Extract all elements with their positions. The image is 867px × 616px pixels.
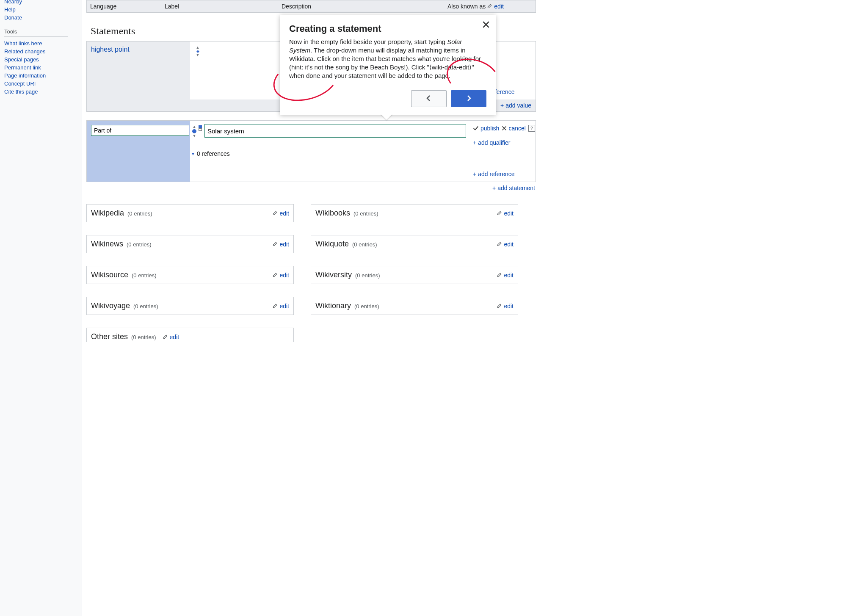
col-label: Label [161,1,278,11]
sitebox-count: (0 entries) [127,241,152,248]
sitebox-wikiquote: Wikiquote (0 entries) edit [311,235,518,253]
sitebox-title: Wikibooks [315,209,350,218]
edit-label: edit [504,303,514,309]
sitebox-title: Wikipedia [91,209,124,218]
value-input[interactable] [204,124,466,138]
edit-label: edit [279,241,289,248]
edit-label: edit [504,210,514,217]
sitebox-edit[interactable]: edit [273,241,289,248]
add-value-link[interactable]: + add value [500,102,531,109]
statement-part-of: ▲ ▼ ▼ 0 references [86,120,536,182]
col-description: Description [278,1,444,11]
sitebox-edit[interactable]: edit [497,272,514,279]
chevron-left-icon [425,95,432,103]
check-icon [473,125,479,131]
rank-widget[interactable]: ▲ ▼ [191,124,198,138]
tool-cite-page[interactable]: Cite this page [4,88,78,96]
tool-permanent-link[interactable]: Permanent link [4,64,78,72]
property-highest-point[interactable]: highest point [91,46,130,53]
sitebox-count: (0 entries) [353,210,378,217]
sitelinks-section: Wikipedia (0 entries) edit Wikibooks (0 … [86,204,522,315]
tool-special-pages[interactable]: Special pages [4,55,78,64]
tour-prev-button[interactable] [411,90,447,107]
sitebox-count: (0 entries) [127,210,152,217]
chevron-right-icon [465,95,472,103]
sitebox-edit[interactable]: edit [497,303,514,309]
sitebox-title: Wiktionary [315,301,351,310]
pencil-icon [273,272,278,279]
plus-icon: + [473,171,476,177]
property-input[interactable] [91,125,189,136]
sitebox-other-sites: Other sites (0 entries) edit [86,328,294,342]
pencil-icon [497,272,502,279]
sitebox-title: Wikiquote [315,240,349,249]
sitebox-wikinews: Wikinews (0 entries) edit [86,235,294,253]
edit-label: edit [504,272,514,279]
sitebox-count: (0 entries) [132,272,157,279]
tools-heading: Tools [4,28,68,37]
sitebox-edit[interactable]: edit [163,334,179,340]
sitebox-title: Wikisource [91,271,128,279]
pencil-icon [273,303,278,309]
sitebox-title: Wikivoyage [91,301,130,310]
sitebox-count: (0 entries) [354,303,379,309]
add-statement-link[interactable]: + add statement [492,185,535,191]
edit-label: edit [279,272,289,279]
sitebox-edit[interactable]: edit [273,303,289,309]
tool-concept-uri[interactable]: Concept URI [4,80,78,88]
sitebox-count: (0 entries) [352,241,377,248]
tour-title: Creating a statement [289,23,486,34]
tour-popup: Creating a statement Now in the empty fi… [280,15,496,115]
sitebox-title: Wikinews [91,240,123,249]
triangle-down-icon: ▼ [191,152,195,156]
edit-label: edit [494,3,504,10]
tour-next-button[interactable] [451,90,486,107]
tool-page-information[interactable]: Page information [4,72,78,80]
cancel-link[interactable]: cancel [502,125,525,132]
edit-label: edit [170,334,179,340]
sitebox-count: (0 entries) [133,303,158,309]
pencil-icon [497,303,502,309]
term-table: Language Label Description Also known as… [86,0,536,13]
plus-icon: + [473,139,476,146]
sitebox-wikipedia: Wikipedia (0 entries) edit [86,204,294,222]
sitebox-wikisource: Wikisource (0 entries) edit [86,266,294,284]
publish-label: publish [480,125,499,132]
add-qualifier-link[interactable]: + add qualifier [473,139,510,146]
pencil-icon [163,334,168,340]
edit-label: edit [504,241,514,248]
nav-link-nearby[interactable]: Nearby [4,0,78,6]
plus-icon: + [492,185,496,191]
publish-link[interactable]: publish [473,125,499,132]
add-statement-label: add statement [497,185,535,191]
close-icon [502,126,507,131]
sitebox-edit[interactable]: edit [497,210,514,217]
nav-link-help[interactable]: Help [4,6,78,14]
edit-label: edit [279,210,289,217]
cancel-label: cancel [508,125,525,132]
sitebox-count: (0 entries) [355,272,380,279]
help-icon[interactable]: ? [528,125,535,132]
term-edit-link[interactable]: edit [487,3,504,10]
references-toggle[interactable]: ▼ 0 references [191,150,466,157]
add-reference-label: add reference [478,171,514,177]
sitebox-edit[interactable]: edit [273,210,289,217]
rank-widget[interactable]: ▲ ◆ ▼ [192,45,204,57]
pencil-icon [497,241,502,248]
sitebox-edit[interactable]: edit [273,272,289,279]
sitebox-wikivoyage: Wikivoyage (0 entries) edit [86,297,294,315]
tool-what-links-here[interactable]: What links here [4,39,78,47]
snaktype-widget[interactable] [199,124,204,132]
sitebox-wiktionary: Wiktionary (0 entries) edit [311,297,518,315]
sitebox-wikibooks: Wikibooks (0 entries) edit [311,204,518,222]
add-value-label: add value [505,102,531,109]
close-icon[interactable] [482,21,490,29]
sitebox-edit[interactable]: edit [497,241,514,248]
add-reference-link[interactable]: + add reference [473,171,515,177]
nav-link-donate[interactable]: Donate [4,14,78,22]
pencil-icon [497,210,502,217]
sitebox-count: (0 entries) [131,334,156,340]
col-language: Language [87,1,161,11]
plus-icon: + [500,102,504,109]
tool-related-changes[interactable]: Related changes [4,47,78,55]
